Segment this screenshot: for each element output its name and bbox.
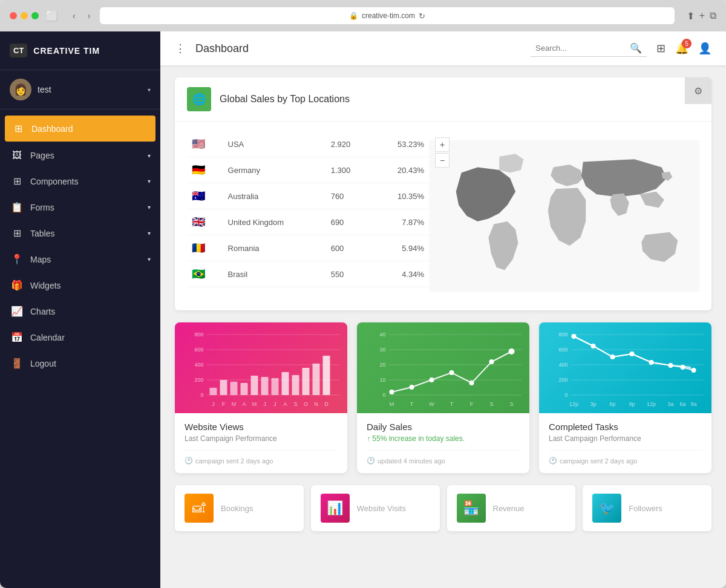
sidebar-item-dashboard[interactable]: ⊞ Dashboard (5, 116, 155, 142)
line-chart-container: 40 30 20 10 0 (357, 322, 529, 413)
sidebar-brand: CT CREATIVE TIM (0, 31, 160, 70)
tab-overview-button[interactable]: ⧉ (710, 10, 716, 22)
sidebar-item-tables[interactable]: ⊞ Tables ▾ (0, 220, 160, 246)
table-row: 🇦🇺 Australia 760 10.35% (187, 183, 429, 209)
bookings-icon: 🛋 (185, 494, 214, 523)
minimize-button[interactable] (21, 12, 28, 19)
svg-text:0: 0 (200, 392, 203, 398)
brand-name: CREATIVE TIM (33, 46, 100, 56)
svg-text:S: S (509, 401, 513, 407)
sidebar-toggle-icon[interactable]: ⬜ (46, 10, 58, 22)
calendar-icon: 📅 (10, 332, 24, 343)
maximize-button[interactable] (31, 12, 39, 19)
clock-icon: 🕐 (185, 457, 193, 465)
svg-point-50 (489, 359, 494, 364)
chart-subtitle: Last Campaign Performance (549, 434, 702, 443)
country-value-cell: 600 (326, 235, 372, 261)
notifications-button[interactable]: 🔔 5 (675, 42, 688, 55)
svg-rect-21 (313, 364, 320, 395)
svg-text:D: D (324, 401, 329, 407)
search-input[interactable] (535, 44, 626, 53)
country-pct-cell: 53.23% (372, 131, 429, 157)
tasks-chart-svg: 800 600 400 200 0 (539, 322, 711, 413)
clock-icon: 🕐 (367, 457, 375, 465)
chart-title: Daily Sales (367, 422, 520, 432)
flag-cell: 🇷🇴 (187, 235, 223, 261)
reload-button[interactable]: ↻ (419, 11, 425, 21)
map-controls: + − (435, 137, 450, 168)
line-chart-svg: 40 30 20 10 0 (357, 322, 529, 413)
svg-rect-20 (302, 368, 310, 395)
sidebar-item-maps[interactable]: 📍 Maps ▾ (0, 246, 160, 272)
flag-cell: 🇧🇷 (187, 261, 223, 287)
map-card: 🌐 Global Sales by Top Locations ⚙ 🇺🇸 USA… (175, 77, 711, 310)
svg-point-47 (430, 377, 434, 382)
table-row: 🇩🇪 Germany 1.300 20.43% (187, 157, 429, 183)
sidebar-user[interactable]: 👩 test ▾ (0, 70, 160, 109)
svg-text:N: N (314, 401, 318, 407)
website-views-card: 800 600 400 200 0 (175, 322, 347, 473)
sidebar-item-forms[interactable]: 📋 Forms ▾ (0, 194, 160, 220)
caret-icon: ▾ (148, 230, 151, 237)
sidebar-item-widgets[interactable]: 🎁 Widgets (0, 272, 160, 298)
svg-point-51 (509, 348, 515, 354)
traffic-lights (10, 12, 39, 19)
grid-view-button[interactable]: ⊞ (656, 42, 666, 55)
website-views-info: Website Views Last Campaign Performance … (175, 413, 347, 473)
logout-icon: 🚪 (10, 358, 24, 369)
user-account-button[interactable]: 👤 (698, 42, 711, 55)
svg-text:O: O (304, 401, 308, 407)
tasks-chart-container: 800 600 400 200 0 (539, 322, 711, 413)
new-tab-button[interactable]: + (699, 10, 705, 22)
notification-badge: 5 (682, 39, 692, 48)
svg-point-72 (630, 351, 635, 356)
sidebar-item-label: Components (30, 177, 148, 186)
search-button[interactable]: 🔍 (630, 42, 642, 54)
sidebar-item-logout[interactable]: 🚪 Logout (0, 350, 160, 376)
svg-rect-22 (323, 356, 330, 395)
svg-text:9p: 9p (629, 401, 635, 407)
revenue-icon: 🏪 (457, 494, 486, 523)
svg-point-74 (669, 363, 673, 368)
bar-chart-svg: 800 600 400 200 0 (175, 322, 347, 413)
sidebar-item-pages[interactable]: 🖼 Pages ▾ (0, 143, 160, 168)
country-name-cell: United Kingdom (223, 209, 326, 235)
menu-button[interactable]: ⋮ (175, 42, 186, 55)
svg-text:6a: 6a (679, 401, 685, 407)
chart-title: Completed Tasks (549, 422, 702, 432)
country-name-cell: Germany (223, 157, 326, 183)
svg-text:200: 200 (558, 377, 567, 383)
country-name-cell: USA (223, 131, 326, 157)
zoom-out-button[interactable]: − (435, 153, 450, 168)
close-button[interactable] (10, 12, 17, 19)
settings-button[interactable]: ⚙ (685, 77, 711, 104)
svg-text:F: F (470, 401, 474, 407)
website-visits-stat-card: 📊 Website Visits (311, 485, 440, 531)
share-button[interactable]: ⬆ (687, 10, 695, 22)
sidebar-item-calendar[interactable]: 📅 Calendar (0, 324, 160, 350)
main-content: ⋮ Dashboard 🔍 ⊞ 🔔 5 👤 (160, 31, 726, 588)
sidebar-item-components[interactable]: ⊞ Components ▾ (0, 168, 160, 194)
revenue-stat-card: 🏪 Revenue (447, 485, 576, 531)
content-area: 🌐 Global Sales by Top Locations ⚙ 🇺🇸 USA… (160, 65, 726, 588)
sidebar-nav: ⊞ Dashboard 🖼 Pages ▾ ⊞ Components ▾ 📋 F… (0, 109, 160, 588)
sidebar-item-charts[interactable]: 📈 Charts (0, 298, 160, 324)
svg-text:600: 600 (194, 347, 203, 353)
svg-text:6p: 6p (609, 401, 615, 407)
svg-point-76 (692, 368, 696, 373)
country-pct-cell: 20.43% (372, 157, 429, 183)
flag-cell: 🇬🇧 (187, 209, 223, 235)
app-container: CT CREATIVE TIM 👩 test ▾ ⊞ Dashboard 🖼 P… (0, 31, 726, 588)
widgets-icon: 🎁 (10, 279, 24, 291)
country-name-cell: Australia (223, 183, 326, 209)
browser-toolbar: ⬜ ‹ › 🔒 creative-tim.com ↻ ⬆ + ⧉ (0, 0, 726, 31)
svg-text:12p: 12p (569, 401, 578, 407)
tables-icon: ⊞ (10, 227, 24, 239)
svg-rect-17 (272, 378, 279, 395)
country-value-cell: 760 (326, 183, 372, 209)
back-button[interactable]: ‹ (70, 8, 78, 23)
svg-text:20: 20 (379, 362, 385, 368)
svg-text:A: A (283, 401, 287, 407)
forward-button[interactable]: › (85, 8, 93, 23)
zoom-in-button[interactable]: + (435, 137, 450, 152)
